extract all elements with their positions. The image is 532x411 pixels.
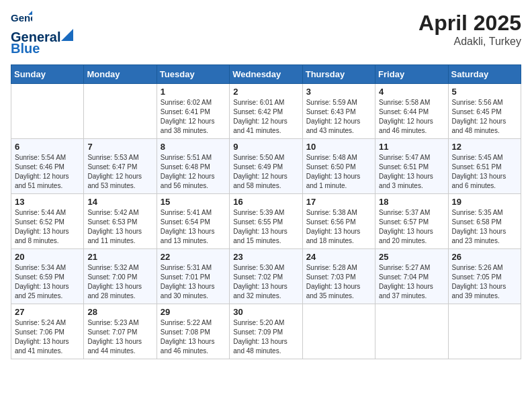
calendar-cell: 13Sunrise: 5:44 AM Sunset: 6:52 PM Dayli…: [11, 194, 84, 249]
day-number: 8: [161, 142, 226, 152]
calendar-week-2: 6Sunrise: 5:54 AM Sunset: 6:46 PM Daylig…: [11, 139, 521, 194]
calendar-cell: 27Sunrise: 5:24 AM Sunset: 7:06 PM Dayli…: [11, 304, 84, 359]
location: Adakli, Turkey: [418, 36, 521, 48]
weekday-header-wednesday: Wednesday: [230, 65, 302, 84]
day-info: Sunrise: 5:56 AM Sunset: 6:45 PM Dayligh…: [452, 98, 517, 136]
calendar-cell: 28Sunrise: 5:23 AM Sunset: 7:07 PM Dayli…: [84, 304, 157, 359]
day-info: Sunrise: 5:31 AM Sunset: 7:01 PM Dayligh…: [161, 263, 226, 301]
calendar-cell: 1Sunrise: 6:02 AM Sunset: 6:41 PM Daylig…: [157, 84, 229, 139]
weekday-header-saturday: Saturday: [448, 65, 521, 84]
day-info: Sunrise: 5:30 AM Sunset: 7:02 PM Dayligh…: [233, 263, 298, 301]
calendar-cell: 18Sunrise: 5:37 AM Sunset: 6:57 PM Dayli…: [375, 194, 448, 249]
calendar-cell: 14Sunrise: 5:42 AM Sunset: 6:53 PM Dayli…: [84, 194, 157, 249]
calendar-cell: [11, 84, 84, 139]
calendar-cell: 9Sunrise: 5:50 AM Sunset: 6:49 PM Daylig…: [230, 139, 302, 194]
day-info: Sunrise: 5:34 AM Sunset: 6:59 PM Dayligh…: [15, 263, 80, 301]
title-area: April 2025 Adakli, Turkey: [418, 11, 521, 48]
logo-blue: Blue: [11, 41, 40, 56]
day-info: Sunrise: 5:44 AM Sunset: 6:52 PM Dayligh…: [15, 208, 80, 246]
calendar-cell: 4Sunrise: 5:58 AM Sunset: 6:44 PM Daylig…: [375, 84, 448, 139]
day-number: 12: [452, 142, 517, 152]
weekday-header-sunday: Sunday: [11, 65, 84, 84]
calendar-cell: 10Sunrise: 5:48 AM Sunset: 6:50 PM Dayli…: [302, 139, 375, 194]
calendar-cell: 25Sunrise: 5:27 AM Sunset: 7:04 PM Dayli…: [375, 249, 448, 304]
day-info: Sunrise: 5:27 AM Sunset: 7:04 PM Dayligh…: [379, 263, 444, 301]
day-info: Sunrise: 5:48 AM Sunset: 6:50 PM Dayligh…: [306, 153, 371, 191]
day-info: Sunrise: 5:41 AM Sunset: 6:54 PM Dayligh…: [161, 208, 226, 246]
calendar-cell: 8Sunrise: 5:51 AM Sunset: 6:48 PM Daylig…: [157, 139, 229, 194]
calendar-week-3: 13Sunrise: 5:44 AM Sunset: 6:52 PM Dayli…: [11, 194, 521, 249]
day-info: Sunrise: 5:20 AM Sunset: 7:09 PM Dayligh…: [233, 318, 298, 356]
day-number: 21: [87, 252, 152, 262]
calendar-cell: 16Sunrise: 5:39 AM Sunset: 6:55 PM Dayli…: [230, 194, 302, 249]
day-info: Sunrise: 6:01 AM Sunset: 6:42 PM Dayligh…: [233, 98, 298, 136]
day-number: 29: [161, 307, 226, 317]
calendar-cell: 15Sunrise: 5:41 AM Sunset: 6:54 PM Dayli…: [157, 194, 229, 249]
day-number: 13: [15, 197, 80, 207]
calendar-cell: 19Sunrise: 5:35 AM Sunset: 6:58 PM Dayli…: [448, 194, 521, 249]
weekday-header-thursday: Thursday: [302, 65, 375, 84]
calendar-week-5: 27Sunrise: 5:24 AM Sunset: 7:06 PM Dayli…: [11, 304, 521, 359]
day-number: 28: [87, 307, 152, 317]
day-number: 11: [379, 142, 444, 152]
day-info: Sunrise: 5:59 AM Sunset: 6:43 PM Dayligh…: [306, 98, 371, 136]
calendar-cell: 5Sunrise: 5:56 AM Sunset: 6:45 PM Daylig…: [448, 84, 521, 139]
calendar-header-row: SundayMondayTuesdayWednesdayThursdayFrid…: [11, 65, 521, 84]
day-info: Sunrise: 5:38 AM Sunset: 6:56 PM Dayligh…: [306, 208, 371, 246]
day-info: Sunrise: 5:47 AM Sunset: 6:51 PM Dayligh…: [379, 153, 444, 191]
calendar-cell: [84, 84, 157, 139]
day-number: 25: [379, 252, 444, 262]
day-number: 14: [87, 197, 152, 207]
calendar-week-4: 20Sunrise: 5:34 AM Sunset: 6:59 PM Dayli…: [11, 249, 521, 304]
day-number: 17: [306, 197, 371, 207]
day-number: 18: [379, 197, 444, 207]
day-info: Sunrise: 5:28 AM Sunset: 7:03 PM Dayligh…: [306, 263, 371, 301]
weekday-header-tuesday: Tuesday: [157, 65, 229, 84]
calendar-cell: 12Sunrise: 5:45 AM Sunset: 6:51 PM Dayli…: [448, 139, 521, 194]
day-info: Sunrise: 5:42 AM Sunset: 6:53 PM Dayligh…: [87, 208, 152, 246]
day-info: Sunrise: 5:22 AM Sunset: 7:08 PM Dayligh…: [161, 318, 226, 356]
calendar-cell: 3Sunrise: 5:59 AM Sunset: 6:43 PM Daylig…: [302, 84, 375, 139]
day-info: Sunrise: 5:35 AM Sunset: 6:58 PM Dayligh…: [452, 208, 517, 246]
calendar-cell: 22Sunrise: 5:31 AM Sunset: 7:01 PM Dayli…: [157, 249, 229, 304]
calendar-cell: 24Sunrise: 5:28 AM Sunset: 7:03 PM Dayli…: [302, 249, 375, 304]
day-info: Sunrise: 5:26 AM Sunset: 7:05 PM Dayligh…: [452, 263, 517, 301]
day-number: 22: [161, 252, 226, 262]
day-info: Sunrise: 5:51 AM Sunset: 6:48 PM Dayligh…: [161, 153, 226, 191]
day-info: Sunrise: 5:50 AM Sunset: 6:49 PM Dayligh…: [233, 153, 298, 191]
weekday-header-monday: Monday: [84, 65, 157, 84]
day-info: Sunrise: 5:37 AM Sunset: 6:57 PM Dayligh…: [379, 208, 444, 246]
day-info: Sunrise: 5:54 AM Sunset: 6:46 PM Dayligh…: [15, 153, 80, 191]
calendar-cell: 17Sunrise: 5:38 AM Sunset: 6:56 PM Dayli…: [302, 194, 375, 249]
day-number: 30: [233, 307, 298, 317]
calendar-cell: 29Sunrise: 5:22 AM Sunset: 7:08 PM Dayli…: [157, 304, 229, 359]
day-info: Sunrise: 6:02 AM Sunset: 6:41 PM Dayligh…: [161, 98, 226, 136]
calendar-cell: [302, 304, 375, 359]
day-number: 7: [87, 142, 152, 152]
day-number: 10: [306, 142, 371, 152]
day-info: Sunrise: 5:45 AM Sunset: 6:51 PM Dayligh…: [452, 153, 517, 191]
calendar-cell: [448, 304, 521, 359]
day-number: 16: [233, 197, 298, 207]
calendar-week-1: 1Sunrise: 6:02 AM Sunset: 6:41 PM Daylig…: [11, 84, 521, 139]
logo: General General Blue: [11, 11, 73, 56]
day-info: Sunrise: 5:58 AM Sunset: 6:44 PM Dayligh…: [379, 98, 444, 136]
calendar-body: 1Sunrise: 6:02 AM Sunset: 6:41 PM Daylig…: [11, 84, 521, 359]
calendar-cell: 26Sunrise: 5:26 AM Sunset: 7:05 PM Dayli…: [448, 249, 521, 304]
calendar-cell: 11Sunrise: 5:47 AM Sunset: 6:51 PM Dayli…: [375, 139, 448, 194]
logo-triangle-icon: [61, 29, 73, 41]
calendar-cell: 21Sunrise: 5:32 AM Sunset: 7:00 PM Dayli…: [84, 249, 157, 304]
day-number: 2: [233, 87, 298, 97]
day-number: 9: [233, 142, 298, 152]
day-info: Sunrise: 5:39 AM Sunset: 6:55 PM Dayligh…: [233, 208, 298, 246]
day-number: 3: [306, 87, 371, 97]
weekday-header-friday: Friday: [375, 65, 448, 84]
day-number: 27: [15, 307, 80, 317]
day-number: 20: [15, 252, 80, 262]
day-info: Sunrise: 5:53 AM Sunset: 6:47 PM Dayligh…: [87, 153, 152, 191]
day-info: Sunrise: 5:23 AM Sunset: 7:07 PM Dayligh…: [87, 318, 152, 356]
svg-text:General: General: [11, 12, 32, 24]
calendar: SundayMondayTuesdayWednesdayThursdayFrid…: [11, 64, 521, 359]
day-number: 23: [233, 252, 298, 262]
calendar-cell: 23Sunrise: 5:30 AM Sunset: 7:02 PM Dayli…: [230, 249, 302, 304]
